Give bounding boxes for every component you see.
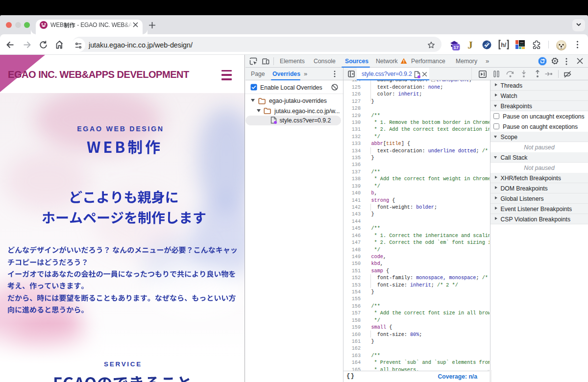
svg-text:17: 17 bbox=[453, 45, 459, 50]
svg-text:design: design bbox=[520, 44, 524, 46]
svg-text:news: news bbox=[520, 42, 524, 44]
svg-text:J: J bbox=[467, 39, 473, 50]
svg-text:h/: h/ bbox=[501, 42, 507, 48]
